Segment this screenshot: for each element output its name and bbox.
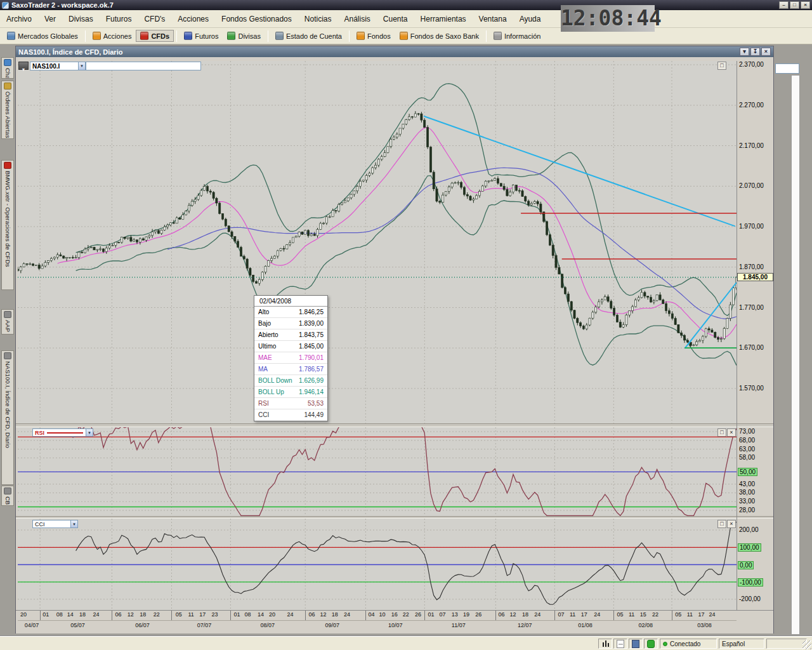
close-icon[interactable] (801, 1, 810, 9)
toolbar-fondos[interactable]: Fondos (352, 30, 395, 42)
toolbar-label: Fondos de Saxo Bank (410, 32, 479, 40)
tooltip-row-value: 1.946,14 (299, 388, 324, 395)
panel-maximize-icon[interactable] (717, 428, 726, 437)
x-axis-day-tick: 13 (450, 611, 460, 618)
x-axis-month-separator (305, 611, 306, 620)
menu-divisas[interactable]: Divisas (62, 10, 100, 27)
tooltip-row: Ultimo1.845,00 (254, 341, 327, 352)
vertical-scrollbar[interactable] (791, 75, 800, 635)
menu-archivo[interactable]: Archivo (0, 10, 38, 27)
panel-divider[interactable] (16, 516, 773, 519)
rsi-axis-label: 28,00 (739, 507, 755, 514)
toolbar-estado-de-cuenta[interactable]: Estado de Cuenta (271, 30, 346, 42)
cci-chart-canvas[interactable] (18, 519, 737, 610)
x-axis-day-tick: 12 (318, 611, 329, 618)
toolbar-fondos-de-saxo-bank[interactable]: Fondos de Saxo Bank (395, 30, 483, 42)
x-axis-day-tick: 06 (497, 611, 507, 618)
x-axis-day-tick: 24 (285, 611, 295, 618)
price-axis-border (737, 61, 737, 610)
price-axis-label: 2.170,00 (739, 142, 764, 149)
instrument-label: NAS100.I (32, 63, 60, 70)
toolbar-divisas[interactable]: Divisas (223, 30, 265, 42)
x-axis-month-separator (672, 611, 672, 620)
panel-divider[interactable] (16, 423, 773, 427)
instrument-icon (4, 311, 11, 318)
globe-icon (7, 32, 15, 40)
status-cell (613, 639, 627, 649)
menu-herramientas[interactable]: Herramientas (414, 10, 473, 27)
menu-analisis[interactable]: Análisis (337, 10, 376, 27)
stocks-icon (93, 32, 101, 40)
dock-tab-cbk[interactable]: CBK (1, 486, 14, 506)
toolbar-acciones[interactable]: Acciones (88, 30, 136, 42)
toolbar-futuros[interactable]: Futuros (180, 30, 223, 42)
chevron-down-icon[interactable] (740, 48, 749, 56)
language-label: Español (722, 640, 745, 647)
menu-acciones[interactable]: Acciones (171, 10, 215, 27)
menu-fondos-gestionados[interactable]: Fondos Gestionados (215, 10, 298, 27)
menu-cuenta[interactable]: Cuenta (377, 10, 414, 27)
menu-ayuda[interactable]: Ayuda (513, 10, 547, 27)
chart-icon (601, 640, 609, 648)
toolbar-separator (268, 30, 268, 42)
language-selector[interactable]: Español (719, 639, 764, 649)
menu-futuros[interactable]: Futuros (100, 10, 138, 27)
dock-tab-chat[interactable]: Chat (1, 57, 14, 79)
cfd-positions-icon (4, 162, 11, 169)
menu-cfd-s[interactable]: CFD's (138, 10, 171, 27)
menu-ver[interactable]: Ver (38, 10, 62, 27)
tooltip-rows: Alto1.846,25Bajo1.839,00Abierto1.843,75U… (254, 307, 327, 421)
chart-window-controls (740, 48, 771, 56)
x-axis-day-tick: 16 (390, 611, 400, 618)
app-titlebar: SaxoTrader 2 - workspace.ok.7 (0, 0, 812, 10)
rsi-indicator-selector[interactable]: RSI (32, 428, 93, 437)
panel-maximize-icon[interactable] (717, 520, 726, 528)
chart-menu-button[interactable] (18, 62, 29, 70)
main-chart-canvas[interactable] (18, 61, 737, 423)
dock-tab-bmwg-xetr-operaciones-de-cfds[interactable]: BMWG.xetr - Operaciones de CFDs (1, 160, 14, 290)
tooltip-row: MAE1.790,01 (254, 352, 327, 364)
dock-tab-label: BMWG.xetr - Operaciones de CFDs (4, 171, 11, 267)
chevron-down-icon[interactable] (86, 429, 93, 436)
chart-search-input[interactable] (86, 62, 201, 70)
floating-input[interactable] (775, 63, 799, 74)
toolbar-informacion[interactable]: Información (489, 30, 545, 42)
x-axis-day-tick: 17 (197, 611, 207, 618)
rsi-label: RSI (35, 430, 44, 436)
network-icon (632, 640, 639, 648)
toolbar-label: Estado de Cuenta (286, 32, 342, 40)
panel-close-icon[interactable] (727, 428, 736, 437)
resize-grip[interactable] (802, 640, 811, 649)
dock-tab-aap[interactable]: AAP (1, 309, 14, 335)
app-title: SaxoTrader 2 - workspace.ok.7 (11, 1, 114, 9)
price-axis-label: 1.770,00 (739, 304, 764, 311)
menu-ventana[interactable]: Ventana (473, 10, 513, 27)
chevron-down-icon[interactable] (78, 62, 85, 70)
cci-indicator-selector[interactable]: CCI (32, 520, 78, 528)
tooltip-row-value: 1.626,99 (299, 377, 324, 384)
tooltip-row-value: 53,53 (308, 400, 324, 407)
toolbar-mercados-globales[interactable]: Mercados Globales (3, 30, 82, 42)
tooltip-row-label: BOLL Down (258, 377, 292, 384)
minimize-icon[interactable] (779, 1, 789, 9)
toolbar-label: Divisas (238, 32, 260, 40)
current-price-label: 1.845,00 (737, 273, 773, 281)
close-icon[interactable] (761, 48, 771, 56)
chart-window-titlebar[interactable]: NAS100.I, Índice de CFD, Diario (16, 46, 773, 57)
chevron-down-icon[interactable] (70, 521, 77, 527)
x-axis-month-label: 06/07 (135, 622, 150, 628)
dock-tab-ordenes-abiertas[interactable]: Órdenes Abiertas (1, 81, 14, 139)
panel-close-icon[interactable] (727, 520, 736, 528)
instrument-selector[interactable]: NAS100.I (30, 62, 86, 70)
maximize-icon[interactable] (790, 1, 799, 9)
toolbar-cfds[interactable]: CFDs (136, 30, 174, 42)
x-axis-day-tick: 11 (684, 611, 695, 618)
rsi-chart-canvas[interactable] (18, 427, 737, 516)
panel-maximize-icon[interactable] (717, 62, 726, 70)
saxo-funds-icon (400, 32, 408, 40)
dock-tab-nas100-i-indice-de-cfd-diario[interactable]: NAS100.I, Índice de CFD, Diario (1, 350, 14, 485)
x-axis-month-label: 03/08 (697, 622, 712, 628)
clock-widget: 12:08:44 (561, 5, 655, 32)
pin-icon[interactable] (750, 48, 760, 56)
menu-noticias[interactable]: Noticias (298, 10, 338, 27)
